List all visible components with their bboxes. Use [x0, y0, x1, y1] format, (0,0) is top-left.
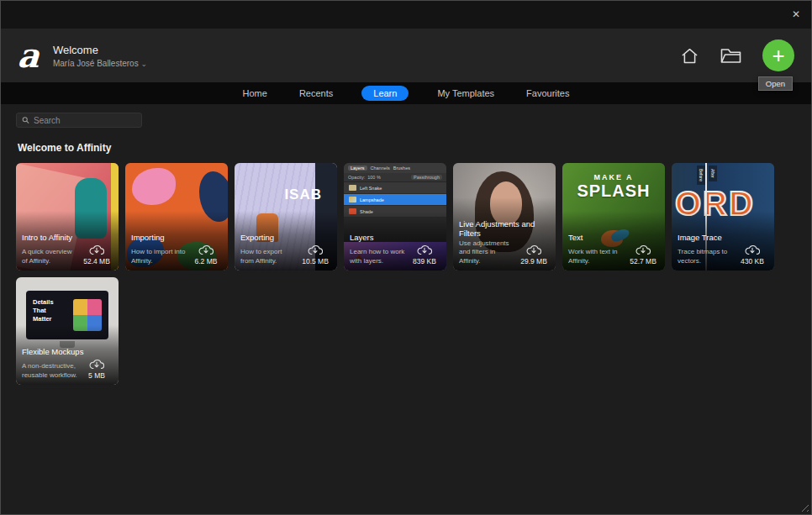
affinity-logo: a	[17, 39, 41, 72]
card-description: How to import into Affinity.	[131, 248, 190, 265]
card-exporting[interactable]: ISAB Exporting How to export from Affini…	[235, 163, 337, 271]
card-intro-to-affinity[interactable]: Intro to Affinity A quick overview of Af…	[16, 163, 119, 271]
open-plus-button[interactable]: +	[762, 39, 794, 71]
card-size: 52.4 MB	[83, 257, 110, 265]
thumbnail-text: MAKE A	[562, 173, 665, 181]
close-icon[interactable]: ✕	[792, 8, 800, 20]
after-label: After	[709, 166, 717, 181]
mini-panel-tabs: Layers Channels Brushes	[344, 163, 446, 173]
page-title: Welcome	[53, 44, 147, 56]
card-description: How to export from Affinity.	[240, 248, 299, 265]
card-size: 10.5 MB	[302, 257, 329, 265]
search-box	[16, 113, 142, 128]
card-size: 6.2 MB	[195, 257, 218, 265]
search-icon	[22, 116, 29, 124]
card-title: Exporting	[240, 233, 331, 242]
card-title: Intro to Affinity	[22, 233, 113, 242]
card-description: Trace bitmaps to vectors.	[678, 248, 736, 265]
card-caption: Layers Learn how to work with layers. 83…	[344, 211, 446, 271]
account-dropdown[interactable]: María José Ballesteros ⌄	[53, 59, 147, 68]
layer-name: Left Snake	[360, 186, 382, 191]
open-tooltip: Open	[758, 76, 793, 91]
card-description: A quick overview of Affinity.	[22, 248, 81, 265]
card-live-adjustments[interactable]: Live Adjustments and Filters Use adjustm…	[453, 163, 556, 271]
card-title: Image Trace	[678, 233, 768, 242]
mini-tab: Layers	[348, 166, 367, 171]
download-cloud-icon	[744, 244, 761, 256]
card-description: Work with text in Affinity.	[568, 248, 627, 265]
tab-recents[interactable]: Recents	[296, 86, 336, 101]
tab-home[interactable]: Home	[240, 86, 271, 101]
download-cloud-icon	[416, 244, 433, 256]
download-cloud-icon	[635, 244, 651, 256]
download-cloud-icon	[198, 244, 214, 256]
account-name: María José Ballesteros	[53, 59, 139, 68]
open-button-wrap: + Open	[762, 39, 794, 71]
download-cloud-icon	[88, 358, 105, 370]
card-description: Learn how to work with layers.	[350, 248, 409, 265]
card-layers[interactable]: Layers Channels Brushes Opacity: 100 % P…	[344, 163, 446, 271]
mini-tab: Brushes	[393, 166, 410, 171]
card-size: 52.7 MB	[630, 257, 656, 265]
tab-my-templates[interactable]: My Templates	[434, 86, 498, 101]
download-cloud-icon	[525, 244, 542, 256]
before-label: Before	[697, 166, 705, 185]
app-window: ✕ a Welcome María José Ballesteros ⌄ + O…	[0, 0, 812, 515]
mini-opacity-row: Opacity: 100 % Passthrough	[344, 173, 446, 182]
titlebar: ✕	[1, 1, 811, 29]
content-area: Welcome to Affinity Intro to Affinity A …	[1, 104, 811, 512]
card-description: Use adjustments and filters in Affinity.	[459, 239, 518, 265]
tab-bar: Home Recents Learn My Templates Favourit…	[1, 82, 811, 104]
card-size: 5 MB	[88, 371, 105, 380]
app-header: a Welcome María José Ballesteros ⌄ + Ope…	[1, 29, 811, 82]
card-size: 29.9 MB	[520, 257, 547, 265]
card-title: Layers	[350, 233, 440, 242]
mini-opacity-value: 100 %	[367, 175, 381, 180]
card-title: Importing	[131, 233, 222, 242]
card-caption: Importing How to import into Affinity. 6…	[125, 211, 228, 271]
card-size: 430 KB	[741, 257, 764, 265]
card-title: Text	[568, 233, 659, 242]
card-title: Live Adjustments and Filters	[459, 219, 550, 238]
thumbnail-text: SPLASH	[562, 181, 665, 201]
open-folder-icon[interactable]	[720, 47, 742, 65]
card-caption: Exporting How to export from Affinity. 1…	[235, 211, 337, 271]
card-caption: Image Trace Trace bitmaps to vectors. 43…	[672, 211, 774, 271]
layer-swatch	[349, 197, 356, 202]
card-text[interactable]: MAKE A SPLASH Text Work with text in Aff…	[562, 163, 665, 271]
tab-favourites[interactable]: Favourites	[523, 86, 572, 101]
card-image-trace[interactable]: ORD Before After Image Trace Trace bitma…	[672, 163, 774, 271]
section-title: Welcome to Affinity	[18, 142, 796, 154]
layer-name: Lampshade	[360, 197, 384, 202]
home-icon[interactable]	[680, 47, 699, 65]
mini-blend-mode: Passthrough	[411, 175, 442, 180]
decor-shape	[132, 168, 176, 205]
header-actions: + Open	[680, 39, 794, 71]
header-text: Welcome María José Ballesteros ⌄	[53, 44, 147, 68]
card-grid: Intro to Affinity A quick overview of Af…	[16, 163, 783, 385]
card-description: A non-destructive, reusable workflow.	[22, 362, 81, 380]
mini-layer-row: Left Snake	[344, 182, 446, 194]
mini-opacity-label: Opacity:	[348, 175, 365, 180]
card-caption: Intro to Affinity A quick overview of Af…	[16, 211, 119, 271]
thumbnail-text: ISAB	[284, 187, 322, 203]
card-flexible-mockups[interactable]: Details That Matter Flexible Mockups A n…	[16, 277, 119, 385]
download-cloud-icon	[307, 244, 324, 256]
layer-swatch	[349, 185, 356, 191]
chevron-down-icon: ⌄	[140, 60, 147, 68]
download-cloud-icon	[88, 244, 105, 256]
card-caption: Live Adjustments and Filters Use adjustm…	[453, 197, 556, 271]
card-caption: Flexible Mockups A non-destructive, reus…	[16, 325, 119, 385]
card-caption: Text Work with text in Affinity. 52.7 MB	[562, 211, 665, 271]
card-title: Flexible Mockups	[22, 347, 113, 356]
card-size: 839 KB	[413, 257, 436, 265]
mini-layer-row-selected: Lampshade	[344, 194, 446, 206]
search-input[interactable]	[34, 116, 136, 125]
mini-tab: Channels	[371, 166, 390, 171]
card-importing[interactable]: Importing How to import into Affinity. 6…	[125, 163, 228, 271]
tab-learn[interactable]: Learn	[361, 86, 409, 101]
